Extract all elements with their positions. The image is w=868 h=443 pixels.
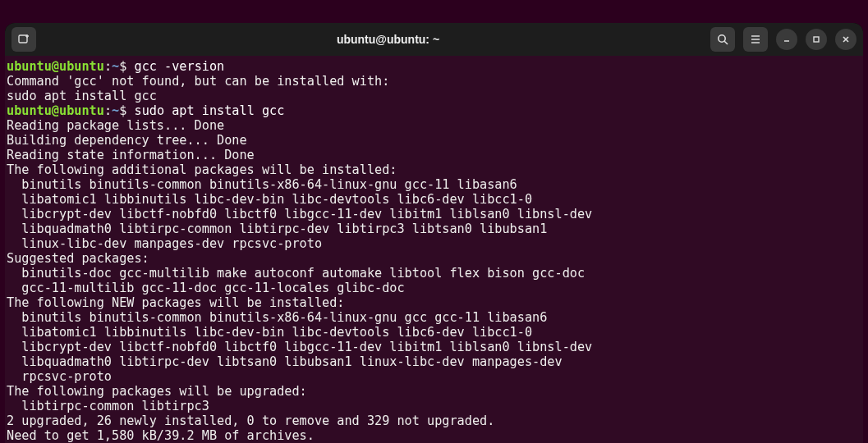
output-line: The following additional packages will b… xyxy=(7,162,397,177)
new-tab-icon xyxy=(17,33,30,46)
output-line: libquadmath0 libtirpc-dev libtsan0 libub… xyxy=(7,354,563,369)
output-line: Reading state information... Done xyxy=(7,148,255,162)
output-line: binutils binutils-common binutils-x86-64… xyxy=(7,177,517,192)
output-line: gcc-11-multilib gcc-11-doc gcc-11-locale… xyxy=(7,281,405,295)
command-2: sudo apt install gcc xyxy=(134,103,284,118)
prompt-colon: : xyxy=(104,59,112,74)
prompt-path: ~ xyxy=(112,103,119,118)
prompt-path: ~ xyxy=(112,59,119,74)
minimize-button[interactable] xyxy=(776,29,797,50)
output-line: rpcsvc-proto xyxy=(7,369,112,384)
output-line: libtirpc-common libtirpc3 xyxy=(7,399,209,413)
output-line: Building dependency tree... Done xyxy=(7,133,247,148)
output-line: 2 upgraded, 26 newly installed, 0 to rem… xyxy=(7,413,494,428)
output-line: Command 'gcc' not found, but can be inst… xyxy=(7,74,389,89)
output-line: binutils binutils-common binutils-x86-64… xyxy=(7,310,547,325)
minimize-icon xyxy=(782,34,792,44)
window-title: ubuntu@ubuntu: ~ xyxy=(71,33,705,46)
close-icon xyxy=(841,34,851,44)
output-line: Need to get 1,580 kB/39.2 MB of archives… xyxy=(7,428,315,443)
output-line: libatomic1 libbinutils libc-dev-bin libc… xyxy=(7,325,532,340)
new-tab-button[interactable] xyxy=(11,27,36,52)
output-line: The following packages will be upgraded: xyxy=(7,384,307,399)
prompt-user: ubuntu@ubuntu xyxy=(7,59,104,74)
search-icon xyxy=(716,33,729,46)
terminal-output[interactable]: ubuntu@ubuntu:~$ gcc -version Command 'g… xyxy=(5,56,863,443)
output-line: libcrypt-dev libctf-nobfd0 libctf0 libgc… xyxy=(7,207,592,222)
output-line: The following NEW packages will be insta… xyxy=(7,295,344,310)
output-line: Reading package lists... Done xyxy=(7,118,224,133)
svg-point-3 xyxy=(719,35,725,42)
svg-rect-9 xyxy=(814,37,819,42)
output-line: binutils-doc gcc-multilib make autoconf … xyxy=(7,266,585,281)
titlebar: ubuntu@ubuntu: ~ xyxy=(5,23,863,56)
output-line: linux-libc-dev manpages-dev rpcsvc-proto xyxy=(7,236,322,251)
output-line: libquadmath0 libtirpc-common libtirpc-de… xyxy=(7,222,547,236)
output-line: Suggested packages: xyxy=(7,251,149,266)
command-1: gcc -version xyxy=(134,59,224,74)
maximize-icon xyxy=(811,34,821,44)
search-button[interactable] xyxy=(710,27,735,52)
menu-button[interactable] xyxy=(743,27,768,52)
prompt-symbol: $ xyxy=(119,103,134,118)
output-line: sudo apt install gcc xyxy=(7,89,157,103)
prompt-symbol: $ xyxy=(119,59,134,74)
prompt-user: ubuntu@ubuntu xyxy=(7,103,104,118)
prompt-colon: : xyxy=(104,103,112,118)
close-button[interactable] xyxy=(835,29,857,50)
output-line: libcrypt-dev libctf-nobfd0 libctf0 libgc… xyxy=(7,340,592,354)
maximize-button[interactable] xyxy=(806,29,827,50)
terminal-window: ubuntu@ubuntu: ~ xyxy=(5,23,863,443)
hamburger-icon xyxy=(749,33,762,46)
svg-line-4 xyxy=(724,41,728,44)
output-line: libatomic1 libbinutils libc-dev-bin libc… xyxy=(7,192,532,207)
